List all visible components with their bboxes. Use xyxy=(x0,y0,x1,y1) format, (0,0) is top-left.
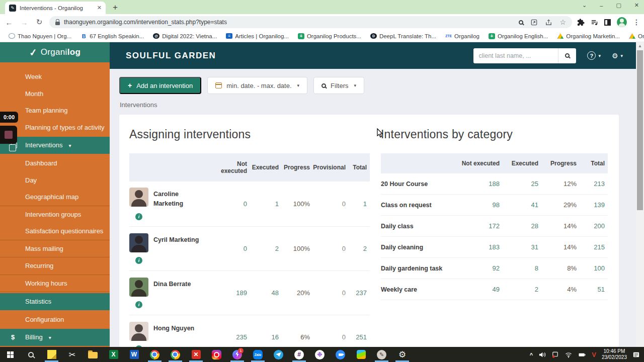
info-icon[interactable]: i xyxy=(135,257,142,264)
telegram-icon[interactable] xyxy=(268,347,289,362)
cell-value: 25 xyxy=(503,180,541,188)
calendar-icon xyxy=(215,82,222,88)
browser-tab[interactable]: ✎ Interventions - Organilog ✕ xyxy=(5,2,106,14)
music-list-extension-icon[interactable] xyxy=(591,19,598,26)
sticky-notes-icon[interactable] xyxy=(41,347,62,362)
category-table-header: Not executedExecutedProgressTotal xyxy=(381,153,608,173)
word-icon[interactable]: W xyxy=(124,347,144,362)
tray-chevron-up-icon[interactable]: ^ xyxy=(530,352,533,358)
maximize-button[interactable]: ▢ xyxy=(616,2,621,9)
sidebar-item-billing[interactable]: $Billing▾ xyxy=(0,329,110,346)
bookmark-item[interactable]: Thao Nguyen | Org... xyxy=(5,32,75,40)
bookmark-item[interactable]: ZTEOrganilog xyxy=(442,32,483,40)
browser-scrollbar[interactable]: ▲ xyxy=(636,42,644,347)
battery-icon[interactable] xyxy=(578,351,586,358)
close-button[interactable]: ✕ xyxy=(634,2,639,9)
bookmark-label: 67 English Speakin... xyxy=(90,33,144,39)
sidebar-item-dashboard[interactable]: Dashboard xyxy=(0,155,110,172)
settings-menu[interactable]: ⚙▾ xyxy=(612,52,623,60)
gimp-icon[interactable]: ✎ xyxy=(371,347,392,362)
bookmark-item[interactable]: +Organilog English... xyxy=(485,32,551,40)
tray-clock[interactable]: 10:46 PM 23/02/2023 xyxy=(602,348,627,361)
filters-button[interactable]: Filters ▾ xyxy=(313,77,364,94)
chrome-1-icon[interactable] xyxy=(144,347,165,362)
slack-icon[interactable]: # xyxy=(289,347,309,362)
sidebar-item-intervention-groups[interactable]: Intervention groups xyxy=(0,206,110,223)
gear-icon: ⚙ xyxy=(612,52,618,60)
bookmark-star-icon[interactable]: ☆ xyxy=(559,18,566,26)
tab-search-chevron-icon[interactable]: ⌄ xyxy=(582,2,587,9)
sidebar-item-configuration[interactable]: Configuration xyxy=(0,311,110,328)
client-search xyxy=(473,48,576,63)
input-device-icon[interactable] xyxy=(551,351,559,358)
bookmark-item[interactable]: B67 English Speakin... xyxy=(77,32,147,40)
new-tab-button[interactable]: + xyxy=(113,3,118,13)
extensions-puzzle-icon[interactable] xyxy=(577,19,585,26)
bookmark-item[interactable]: ≡Articles | Organilog... xyxy=(222,32,292,40)
sidebar-item-satisfaction-questionnaires[interactable]: Satisfaction questionnaires xyxy=(0,223,110,240)
recorder-stop-widget[interactable] xyxy=(0,126,17,144)
zoom-app-icon[interactable] xyxy=(330,347,351,362)
scrollbar-thumb[interactable] xyxy=(637,50,643,210)
browser-menu-icon[interactable]: ⋮ xyxy=(633,18,640,26)
address-search-icon[interactable] xyxy=(519,18,523,27)
share-icon[interactable] xyxy=(545,19,552,26)
sidebar-item-month[interactable]: Month xyxy=(0,85,110,103)
excel-icon[interactable]: X xyxy=(103,347,124,362)
vlc-icon[interactable]: V xyxy=(592,351,596,358)
info-icon[interactable]: i xyxy=(135,301,142,308)
address-bar[interactable]: thaonguyen.organilog.com/intervention_st… xyxy=(49,16,572,28)
bookmark-label: Organilog Products... xyxy=(307,33,361,39)
breadcrumb: Interventions xyxy=(120,101,636,109)
sidebar-item-geographical-map[interactable]: Geographical map xyxy=(0,189,110,206)
sidebar-item-working-hours[interactable]: Working hours xyxy=(0,275,110,293)
chrome-2-icon[interactable] xyxy=(165,347,186,362)
messenger-icon[interactable]: 1 xyxy=(227,347,248,362)
client-search-input[interactable] xyxy=(473,48,558,63)
bookmark-item[interactable]: Organilog MKT doc... xyxy=(625,32,644,40)
person-cell: Caroline Marketingi xyxy=(129,188,215,220)
sidebar-item-recurring[interactable]: Recurring xyxy=(0,257,110,275)
bluestacks-icon[interactable] xyxy=(351,347,371,362)
notifications-icon[interactable] xyxy=(632,351,640,358)
date-range-button[interactable]: min. date. - max. date. ▾ xyxy=(207,77,307,94)
client-search-button[interactable] xyxy=(558,48,576,63)
file-explorer-icon[interactable] xyxy=(83,347,103,362)
sidebar-item-mass-mailing[interactable]: Mass mailing xyxy=(0,240,110,258)
forward-button[interactable]: → xyxy=(19,18,29,27)
settings-icon[interactable]: ⚙ xyxy=(392,347,413,362)
bookmark-item[interactable]: +Organilog Products... xyxy=(294,32,365,40)
bookmark-item[interactable]: DDeepL Translate: Th... xyxy=(367,32,440,40)
sidebar-extension-icon[interactable] xyxy=(604,19,611,26)
bookmark-item[interactable]: Organilog Marketin... xyxy=(553,32,623,40)
cell-value: 0 xyxy=(313,200,349,208)
sidebar-item-day[interactable]: Day xyxy=(0,172,110,189)
webex-icon[interactable]: ❉ xyxy=(309,347,330,362)
cell-value: 8 xyxy=(503,264,541,272)
tab-close-icon[interactable]: ✕ xyxy=(97,5,102,11)
sidebar-item-statistics[interactable]: Statistics xyxy=(0,293,110,310)
open-in-new-icon[interactable] xyxy=(530,19,538,26)
instagram-icon[interactable] xyxy=(206,347,227,362)
snipping-tool-icon[interactable]: ✂ xyxy=(62,347,83,362)
windows-start-icon[interactable] xyxy=(0,347,21,362)
organilog-logo[interactable]: ✓ Organilog xyxy=(0,42,110,62)
profile-avatar[interactable] xyxy=(617,17,627,27)
volume-icon[interactable] xyxy=(538,351,546,358)
refresh-button[interactable]: ↻ xyxy=(34,18,44,27)
add-intervention-button[interactable]: + Add an intervention xyxy=(119,77,201,94)
scrollbar-up-icon[interactable]: ▲ xyxy=(636,42,644,48)
notification-badge: 1 xyxy=(238,348,244,353)
xsplit-icon[interactable]: ✕ xyxy=(186,347,206,362)
sidebar-item-week[interactable]: Week xyxy=(0,68,110,85)
back-button[interactable]: ← xyxy=(4,18,14,27)
wifi-icon[interactable] xyxy=(565,351,573,358)
table-row: Daily cleaning1833114%215 xyxy=(381,237,608,258)
minimize-button[interactable]: – xyxy=(600,3,603,9)
taskbar-search-icon[interactable] xyxy=(21,347,41,362)
help-menu[interactable]: ?▾ xyxy=(587,51,601,60)
zalo-icon[interactable]: Zalo xyxy=(248,347,268,362)
info-icon[interactable]: i xyxy=(135,213,142,220)
bookmark-item[interactable]: @Digital 2022: Vietna... xyxy=(149,32,220,40)
column-header: Provisional xyxy=(313,164,349,171)
